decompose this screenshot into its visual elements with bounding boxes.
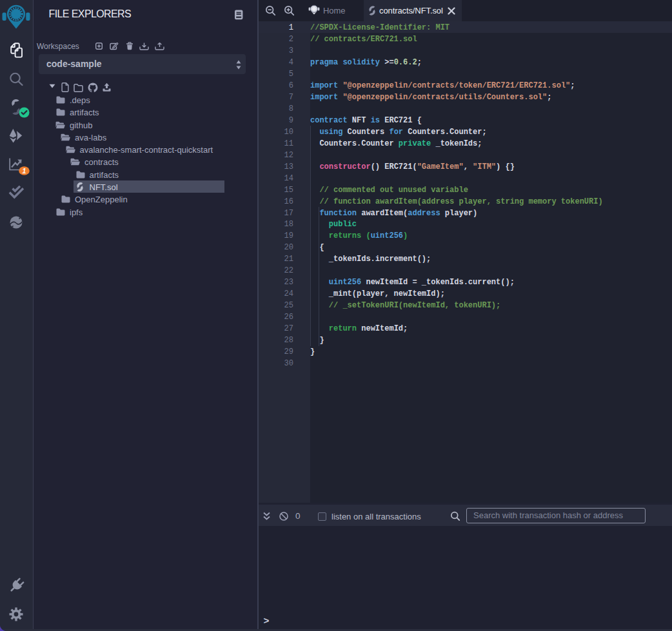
svg-text:1: 1 [23,167,26,175]
